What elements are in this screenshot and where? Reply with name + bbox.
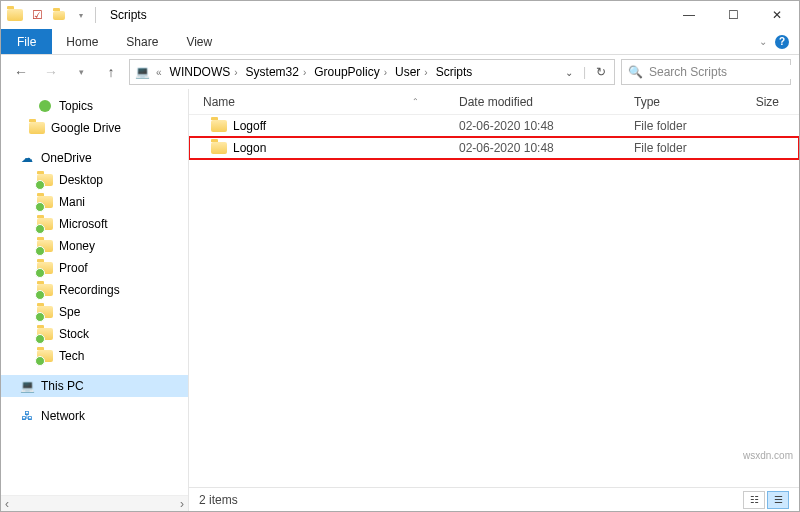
chevron-right-icon[interactable]: › [234, 67, 237, 78]
crumb-system32[interactable]: System32 [246, 65, 299, 79]
ribbon-expand-icon[interactable]: ⌄ [759, 36, 767, 47]
tree-item-google-drive[interactable]: Google Drive [1, 117, 188, 139]
help-icon[interactable]: ? [775, 35, 789, 49]
col-type[interactable]: Type [634, 95, 744, 109]
qat-dropdown-icon[interactable]: ▾ [73, 7, 89, 23]
checkbox-qat-icon[interactable]: ☑ [29, 7, 45, 23]
chevron-right-icon[interactable]: › [303, 67, 306, 78]
tree-item-money[interactable]: Money [1, 235, 188, 257]
network-icon: 🖧 [19, 408, 35, 424]
folder-icon [37, 172, 53, 188]
crumb-windows[interactable]: WINDOWS [170, 65, 231, 79]
tab-home[interactable]: Home [52, 29, 112, 54]
folder-icon [37, 304, 53, 320]
file-name: Logon [233, 141, 266, 155]
pc-icon: 💻 [134, 64, 150, 80]
forward-button: → [39, 60, 63, 84]
search-box[interactable]: 🔍 [621, 59, 791, 85]
tree-item-mani[interactable]: Mani [1, 191, 188, 213]
file-tab[interactable]: File [1, 29, 52, 54]
search-input[interactable] [649, 65, 799, 79]
ribbon: File Home Share View ⌄ ? [1, 29, 799, 55]
tree-item-stock[interactable]: Stock [1, 323, 188, 345]
address-dropdown-icon[interactable]: ⌄ [565, 67, 573, 78]
content-pane: Name ⌃ Date modified Type Size Logoff02-… [189, 89, 799, 511]
crumb-user[interactable]: User [395, 65, 420, 79]
recent-dropdown[interactable]: ▾ [69, 60, 93, 84]
refresh-icon[interactable]: ↻ [596, 65, 606, 79]
tree-scrollbar[interactable]: ‹› [1, 495, 188, 511]
status-bar: 2 items ☷ ☰ [189, 487, 799, 511]
file-list[interactable]: Logoff02-06-2020 10:48File folderLogon02… [189, 115, 799, 487]
folder-icon [37, 216, 53, 232]
chevron-right-icon[interactable]: « [156, 67, 162, 78]
folder-small-icon [51, 7, 67, 23]
col-size[interactable]: Size [744, 95, 799, 109]
tree-item-this-pc[interactable]: 💻 This PC [1, 375, 188, 397]
crumb-scripts[interactable]: Scripts [436, 65, 473, 79]
address-row: ← → ▾ ↑ 💻 « WINDOWS› System32› GroupPoli… [1, 55, 799, 89]
cloud-icon: ☁ [19, 150, 35, 166]
sort-indicator-icon: ⌃ [412, 97, 419, 106]
tree-item-proof[interactable]: Proof [1, 257, 188, 279]
view-details[interactable]: ☰ [767, 491, 789, 509]
maximize-button[interactable]: ☐ [711, 1, 755, 29]
file-type: File folder [634, 141, 744, 155]
chevron-right-icon[interactable]: › [384, 67, 387, 78]
folder-icon [37, 348, 53, 364]
file-date: 02-06-2020 10:48 [459, 119, 634, 133]
minimize-button[interactable]: — [667, 1, 711, 29]
crumb-grouppolicy[interactable]: GroupPolicy [314, 65, 379, 79]
tab-view[interactable]: View [172, 29, 226, 54]
window-title: Scripts [110, 8, 147, 22]
col-name[interactable]: Name ⌃ [189, 95, 459, 109]
view-large-icons[interactable]: ☷ [743, 491, 765, 509]
tree-item-tech[interactable]: Tech [1, 345, 188, 367]
file-row[interactable]: Logoff02-06-2020 10:48File folder [189, 115, 799, 137]
search-icon: 🔍 [628, 65, 643, 79]
tree-item-onedrive[interactable]: ☁ OneDrive [1, 147, 188, 169]
folder-icon [211, 140, 227, 156]
file-row[interactable]: Logon02-06-2020 10:48File folder [189, 137, 799, 159]
title-bar: ☑ ▾ Scripts — ☐ ✕ [1, 1, 799, 29]
topics-icon [37, 98, 53, 114]
tree-item-topics[interactable]: Topics [1, 95, 188, 117]
watermark: wsxdn.com [743, 450, 793, 461]
tree-item-desktop[interactable]: Desktop [1, 169, 188, 191]
nav-tree[interactable]: Topics Google Drive ☁ OneDrive DesktopMa… [1, 89, 189, 511]
tab-share[interactable]: Share [112, 29, 172, 54]
file-date: 02-06-2020 10:48 [459, 141, 634, 155]
folder-icon [211, 118, 227, 134]
folder-icon [37, 260, 53, 276]
up-button[interactable]: ↑ [99, 60, 123, 84]
tree-item-recordings[interactable]: Recordings [1, 279, 188, 301]
tree-item-spe[interactable]: Spe [1, 301, 188, 323]
tree-item-microsoft[interactable]: Microsoft [1, 213, 188, 235]
folder-icon [37, 238, 53, 254]
close-button[interactable]: ✕ [755, 1, 799, 29]
file-type: File folder [634, 119, 744, 133]
window-controls: — ☐ ✕ [667, 1, 799, 29]
folder-icon [37, 282, 53, 298]
back-button[interactable]: ← [9, 60, 33, 84]
address-bar[interactable]: 💻 « WINDOWS› System32› GroupPolicy› User… [129, 59, 615, 85]
folder-icon [37, 326, 53, 342]
pc-icon: 💻 [19, 378, 35, 394]
col-date[interactable]: Date modified [459, 95, 634, 109]
file-name: Logoff [233, 119, 266, 133]
folder-icon [29, 120, 45, 136]
tree-item-network[interactable]: 🖧 Network [1, 405, 188, 427]
status-text: 2 items [199, 493, 238, 507]
folder-icon [7, 7, 23, 23]
column-headers[interactable]: Name ⌃ Date modified Type Size [189, 89, 799, 115]
folder-icon [37, 194, 53, 210]
chevron-right-icon[interactable]: › [424, 67, 427, 78]
explorer-window: ☑ ▾ Scripts — ☐ ✕ File Home Share View ⌄… [0, 0, 800, 512]
